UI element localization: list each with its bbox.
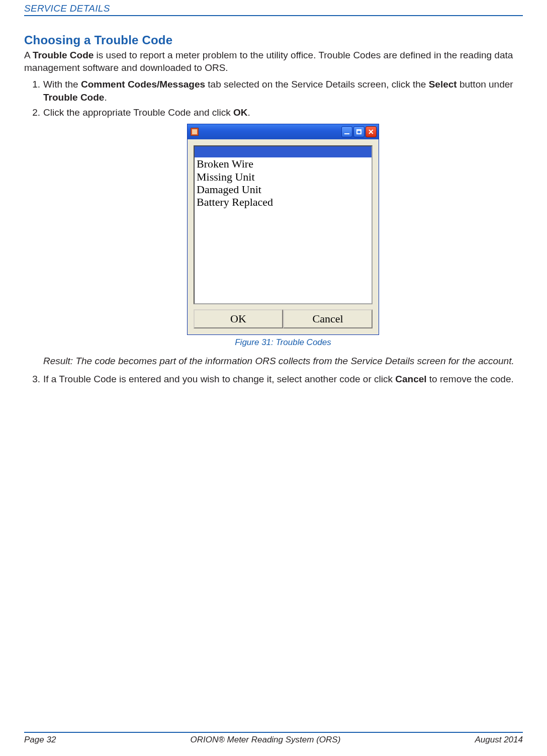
step-3-bold-b: Cancel [395, 374, 426, 384]
step-3-text-a: If a Trouble Code is entered and you wis… [43, 374, 395, 384]
trouble-code-listbox[interactable]: Broken Wire Missing Unit Damaged Unit Ba… [194, 145, 373, 304]
step-1-text-g: . [104, 92, 107, 103]
step-1-text-c: tab selected on the Service Details scre… [205, 79, 429, 90]
step-2: Click the appropriate Trouble Code and c… [43, 106, 523, 368]
step-2-text-a: Click the appropriate Trouble Code and c… [43, 107, 233, 118]
intro-paragraph: A Trouble Code is used to report a meter… [24, 49, 523, 74]
step-1: With the Comment Codes/Messages tab sele… [43, 78, 523, 104]
footer-date: August 2014 [475, 735, 523, 745]
step-3: If a Trouble Code is entered and you wis… [43, 373, 523, 386]
intro-bold: Trouble Code [33, 50, 94, 60]
cancel-button[interactable]: Cancel [283, 309, 373, 328]
list-item[interactable]: Missing Unit [195, 171, 372, 183]
page-header: SERVICE DETAILS [24, 0, 523, 16]
step-3-text-c: to remove the code. [427, 374, 514, 384]
list-item-selected-blank[interactable] [195, 146, 372, 157]
step-1-bold-f: Trouble Code [43, 92, 104, 103]
step-1-text-a: With the [43, 79, 81, 90]
step-2-bold-b: OK [233, 107, 248, 118]
list-item[interactable]: Battery Replaced [195, 196, 372, 208]
footer-doc-title: ORION® Meter Reading System (ORS) [191, 735, 341, 745]
close-button[interactable]: ✕ [366, 126, 377, 137]
step-2-text-c: . [248, 107, 250, 118]
step-1-bold-b: Comment Codes/Messages [81, 79, 205, 90]
intro-post: is used to report a meter problem to the… [24, 50, 513, 73]
result-text: Result: The code becomes part of the inf… [43, 355, 523, 368]
list-item[interactable]: Damaged Unit [195, 183, 372, 196]
dialog-titlebar: ✕ [188, 124, 379, 139]
step-1-bold-d: Select [429, 79, 457, 90]
footer-page: Page 32 [24, 735, 56, 745]
ok-button[interactable]: OK [194, 309, 283, 328]
section-title: Choosing a Trouble Code [24, 33, 523, 47]
app-icon [191, 128, 199, 136]
intro-pre: A [24, 50, 33, 60]
section-breadcrumb: SERVICE DETAILS [24, 3, 523, 14]
figure-caption: Figure 31: Trouble Codes [43, 337, 523, 349]
trouble-code-dialog: ✕ Broken Wire Missing Unit Damaged Unit … [187, 124, 379, 335]
maximize-button[interactable] [353, 126, 364, 137]
minimize-button[interactable] [341, 126, 352, 137]
page-footer: Page 32 ORION® Meter Reading System (ORS… [24, 732, 523, 745]
step-1-text-e: button under [457, 79, 513, 90]
list-item[interactable]: Broken Wire [195, 157, 372, 170]
